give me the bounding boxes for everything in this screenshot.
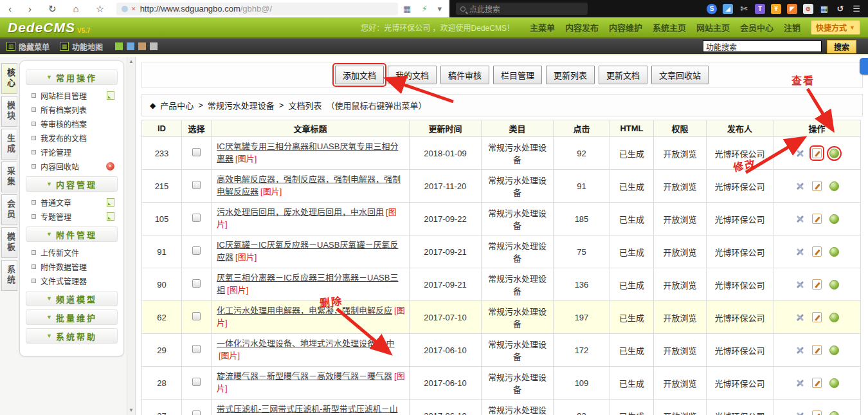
bookmark-star-icon[interactable]: ☆ xyxy=(87,3,113,15)
row-checkbox[interactable] xyxy=(192,410,201,415)
attributes-icon[interactable] xyxy=(795,181,804,191)
section-system-help[interactable]: ▼系统帮助 xyxy=(26,328,118,344)
row-checkbox[interactable] xyxy=(192,148,201,156)
doc-title-link[interactable]: 污水处理后回用，废水处理后回用，中水回用 xyxy=(217,207,384,217)
my-documents-button[interactable]: 我的文档 xyxy=(388,66,437,84)
floating-sidebar-handle[interactable] xyxy=(860,58,868,75)
hide-menu-button[interactable]: 隐藏菜单 xyxy=(19,41,50,52)
sidebar-item-attachment-data[interactable]: 附件数据管理 xyxy=(23,259,121,273)
view-icon[interactable] xyxy=(829,181,839,191)
highlighter-icon[interactable]: ◢ xyxy=(723,4,733,14)
theme-green-swatch[interactable] xyxy=(115,42,123,50)
edit-icon[interactable] xyxy=(812,410,822,415)
article-recycle-button[interactable]: 文章回收站 xyxy=(651,66,709,84)
undo-icon[interactable]: ↺ xyxy=(835,4,845,14)
quick-menu-button[interactable]: 快捷方式 ▼ xyxy=(811,20,860,35)
menu-publish[interactable]: 内容发布 xyxy=(565,21,599,33)
row-checkbox[interactable] xyxy=(192,214,201,222)
view-icon[interactable] xyxy=(829,149,839,158)
forward-icon[interactable]: › xyxy=(20,3,40,14)
sidebar-item-upload-file[interactable]: 上传新文件 xyxy=(23,245,121,259)
tab-templates[interactable]: 模板 xyxy=(1,227,17,258)
tab-modules[interactable]: 模块 xyxy=(1,96,17,127)
menu-logout[interactable]: 注销 xyxy=(784,21,800,33)
chevron-down-icon[interactable]: ▾ xyxy=(433,4,448,14)
doc-title-link[interactable]: 高效电解反应器，强制反应器，强制电解器，强制电解反应器 xyxy=(217,174,401,196)
fox-icon[interactable]: ◤ xyxy=(787,4,797,14)
browser-search-input[interactable]: 点此搜索 xyxy=(456,3,588,15)
breadcrumb-page[interactable]: 文档列表 xyxy=(288,99,321,111)
menu-member-center[interactable]: 会员中心 xyxy=(740,21,773,33)
view-icon[interactable] xyxy=(829,378,839,388)
attributes-icon[interactable] xyxy=(795,346,804,355)
func-map-button[interactable]: 功能地图 xyxy=(72,41,103,52)
attributes-icon[interactable] xyxy=(795,247,804,257)
sidebar-item-all-archives[interactable]: 所有档案列表 xyxy=(23,102,121,116)
theme-blue-swatch[interactable] xyxy=(127,42,134,50)
row-checkbox[interactable] xyxy=(192,181,201,189)
doc-title-link[interactable]: 化工污水处理用电解器，电絮凝，强制电解反应 xyxy=(217,306,392,315)
doc-title-link[interactable]: 一体化污水处理设备、地埋式污水处理设备 －中 xyxy=(217,338,395,348)
view-icon[interactable] xyxy=(829,280,839,290)
attributes-icon[interactable] xyxy=(795,411,804,415)
refresh-icon[interactable]: ↻ xyxy=(40,3,65,15)
update-list-button[interactable]: 更新列表 xyxy=(546,66,595,84)
apps-grid-icon[interactable]: ▦ xyxy=(819,4,829,14)
coupon-icon[interactable]: ¥ xyxy=(771,4,781,14)
sidebar-item-normal-articles[interactable]: 普通文章 xyxy=(23,195,121,209)
view-icon[interactable] xyxy=(829,214,839,224)
attributes-icon[interactable] xyxy=(795,378,804,388)
menu-main[interactable]: 主菜单 xyxy=(530,21,555,33)
tab-generate[interactable]: 生成 xyxy=(1,129,17,160)
tab-members[interactable]: 会员 xyxy=(1,194,17,225)
edit-icon[interactable] xyxy=(812,312,822,322)
scroll-down-icon[interactable]: ▼ xyxy=(129,407,134,413)
doc-title-link[interactable]: 旋流曝气器－新型曝气器－高效曝气器－曝气器 xyxy=(217,371,392,381)
edit-icon[interactable] xyxy=(812,214,822,224)
sidebar-item-site-columns[interactable]: 网站栏目管理 xyxy=(23,88,121,102)
review-button[interactable]: 稿件审核 xyxy=(440,66,489,84)
menu-system-home[interactable]: 系统主页 xyxy=(653,21,686,33)
doc-title-link[interactable]: 带式压滤机-三网带式压滤机-新型带式压滤机－山 xyxy=(217,404,398,414)
sidebar-item-special-topics[interactable]: 专题管理 xyxy=(23,209,121,223)
lightning-icon[interactable]: ⚡ xyxy=(416,4,432,14)
sidebar-scrollbar[interactable]: ▲ ▼ xyxy=(127,57,136,415)
zoom-icon[interactable]: ⊙ xyxy=(803,4,813,14)
attributes-icon[interactable] xyxy=(795,280,804,290)
breadcrumb-root[interactable]: 产品中心 xyxy=(160,99,194,111)
menu-site-home[interactable]: 网站主页 xyxy=(696,21,730,33)
section-common-operations[interactable]: ▼常用操作 xyxy=(26,69,118,85)
menu-icon[interactable]: ☰ xyxy=(851,4,862,14)
theme-gray-swatch[interactable] xyxy=(150,42,158,50)
view-icon[interactable] xyxy=(829,247,839,257)
grid-icon[interactable]: ▦ xyxy=(398,4,416,14)
function-search-input[interactable] xyxy=(703,41,822,52)
column-manage-button[interactable]: 栏目管理 xyxy=(493,66,542,84)
attributes-icon[interactable] xyxy=(795,149,804,158)
translate-icon[interactable]: T xyxy=(755,4,765,14)
edit-icon[interactable] xyxy=(812,246,822,257)
sidebar-item-my-documents[interactable]: 我发布的文档 xyxy=(23,131,121,145)
home-icon[interactable]: ⌂ xyxy=(65,3,87,14)
edit-icon[interactable] xyxy=(812,279,822,290)
tab-collect[interactable]: 采集 xyxy=(1,161,17,192)
attributes-icon[interactable] xyxy=(795,313,804,322)
section-content-management[interactable]: ▼内容管理 xyxy=(26,176,118,192)
edit-icon[interactable] xyxy=(812,148,822,158)
edit-icon[interactable] xyxy=(812,345,822,355)
row-checkbox[interactable] xyxy=(192,345,201,353)
sidebar-item-file-manager[interactable]: 文件式管理器 xyxy=(23,273,121,288)
row-checkbox[interactable] xyxy=(192,312,201,320)
sidebar-item-comments[interactable]: 评论管理 xyxy=(23,145,121,159)
edit-icon[interactable] xyxy=(812,378,822,388)
menu-maintain[interactable]: 内容维护 xyxy=(609,21,642,33)
sidebar-item-pending-archives[interactable]: 等审核的档案 xyxy=(23,116,121,131)
attributes-icon[interactable] xyxy=(795,214,804,224)
sogou-icon[interactable]: S xyxy=(707,4,717,14)
sidebar-item-recycle-bin[interactable]: 内容回收站× xyxy=(23,159,121,173)
section-batch-maintenance[interactable]: ▼批量维护 xyxy=(26,309,118,325)
view-icon[interactable] xyxy=(829,346,839,355)
section-channel-models[interactable]: ▼频道模型 xyxy=(26,291,118,306)
edit-icon[interactable] xyxy=(812,181,822,191)
theme-brown-swatch[interactable] xyxy=(138,42,146,50)
